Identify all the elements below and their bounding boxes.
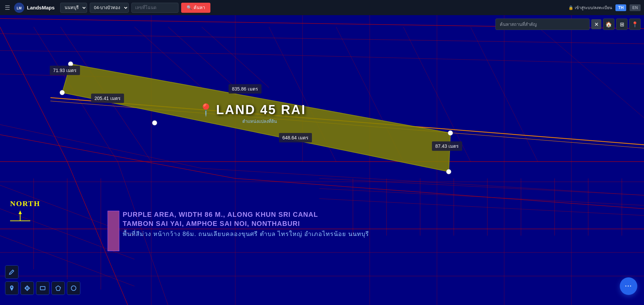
land-marker: 📍 LAND 45 RAI ตำแหน่งแปลงที่ดิน [198, 103, 306, 125]
draw-button[interactable] [5, 265, 18, 279]
fab-icon: ··· [625, 283, 632, 290]
login-link[interactable]: 🔒 เข้าสู่ระบบ/ลงทะเบียน [568, 4, 612, 11]
ruler-button[interactable] [21, 281, 34, 295]
land-pin-icon: 📍 [198, 103, 213, 117]
measure-left-side: 205.41 เมตร [91, 94, 124, 103]
map-background [0, 0, 644, 305]
north-cross [10, 211, 30, 231]
brand-name: LandsMaps [27, 5, 55, 10]
close-button[interactable]: ✕ [591, 19, 601, 29]
svg-text:LM: LM [17, 6, 22, 10]
fab-button[interactable]: ··· [620, 277, 637, 295]
purple-text: PURPLE AREA, WIDTH 86 M., ALONG KHUN SRI… [123, 211, 369, 239]
svg-rect-66 [40, 286, 45, 290]
district-select[interactable]: 04-บางบัวทอง [90, 3, 129, 13]
map-container: ☰ LM LandsMaps นนทบุรี 04-บางบัวทอง 🔍 ค้… [0, 0, 644, 305]
nav-right: 🔒 เข้าสู่ระบบ/ลงทะเบียน TH EN [568, 4, 641, 11]
measure-right-side: 87.43 เมตร [432, 141, 462, 151]
circle-button[interactable] [67, 281, 80, 295]
toolbar-row-1 [5, 265, 80, 279]
search-button[interactable]: 🔍 ค้นหา [181, 3, 210, 13]
bottom-toolbar [5, 265, 80, 295]
purple-area-description: PURPLE AREA, WIDTH 86 M., ALONG KHUN SRI… [108, 211, 369, 251]
measure-bottom-middle: 648.64 เมตร [279, 133, 312, 142]
pin-tool-button[interactable] [5, 281, 18, 295]
parcel-input[interactable] [131, 3, 178, 13]
lang-en-button[interactable]: EN [630, 4, 641, 11]
polygon-button[interactable] [51, 281, 65, 295]
north-indicator: NORTH [10, 199, 40, 231]
home-button[interactable]: 🏠 [603, 19, 614, 30]
measure-top-left: 71.93 เมตร [50, 66, 80, 75]
menu-icon[interactable]: ☰ [3, 3, 11, 13]
rect-button[interactable] [36, 281, 49, 295]
grid-button[interactable]: ⊞ [616, 19, 628, 30]
lang-th-button[interactable]: TH [615, 4, 626, 11]
top-search-bar: ✕ 🏠 ⊞ 📍 [495, 19, 641, 30]
province-select[interactable]: นนทบุรี [60, 3, 87, 13]
svg-marker-67 [56, 286, 61, 291]
svg-point-68 [71, 286, 76, 291]
search-icon: 🔍 [187, 5, 192, 10]
toolbar-row-2 [5, 281, 80, 295]
landmark-search-input[interactable] [495, 19, 590, 30]
pin-button[interactable]: 📍 [629, 19, 641, 30]
measure-top-middle: 835.86 เมตร [229, 84, 261, 94]
purple-color-swatch [108, 211, 119, 251]
navbar: ☰ LM LandsMaps นนทบุรี 04-บางบัวทอง 🔍 ค้… [0, 0, 644, 15]
lock-icon: 🔒 [568, 5, 573, 10]
logo: LM [14, 3, 24, 13]
